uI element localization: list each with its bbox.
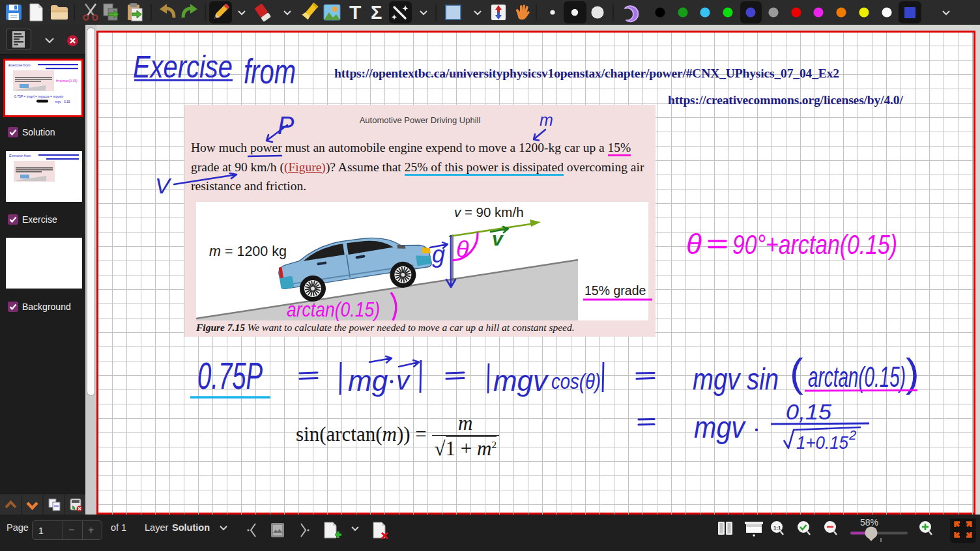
svg-text:15% grade: 15% grade <box>584 283 646 298</box>
svg-text:1:1: 1:1 <box>773 525 781 531</box>
svg-text:mgv · 0.15: mgv · 0.15 <box>55 100 70 104</box>
svg-text:0.75P = |mgv| = mgvcos = mgvsi: 0.75P = |mgv| = mgvcos = mgvsin <box>14 94 63 98</box>
svg-text:m = 1200 kg: m = 1200 kg <box>209 244 287 259</box>
svg-text:Exercise from: Exercise from <box>9 154 31 158</box>
svg-text:58%: 58% <box>860 518 878 528</box>
svg-text:T: T <box>349 1 361 23</box>
svg-text:Σ: Σ <box>371 2 382 23</box>
svg-text:Exercise from: Exercise from <box>8 63 31 67</box>
svg-text:θ=arctan(0.15): θ=arctan(0.15) <box>56 79 78 83</box>
svg-text:v = 90 km/h: v = 90 km/h <box>454 205 524 219</box>
